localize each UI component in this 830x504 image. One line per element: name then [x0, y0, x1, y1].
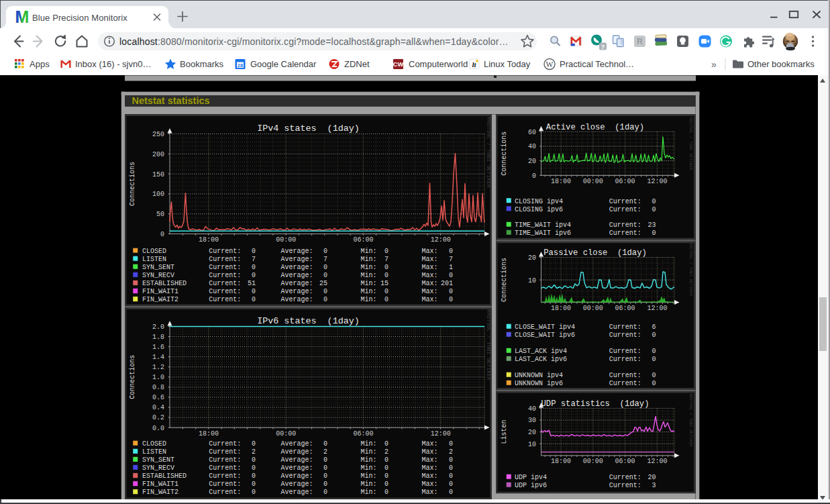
svg-text:Max:: Max: [422, 256, 438, 263]
svg-text:Current:: Current: [609, 380, 641, 387]
svg-text:12:00: 12:00 [647, 305, 667, 312]
svg-text:06:00: 06:00 [353, 236, 373, 244]
svg-text:Average:: Average: [280, 264, 313, 271]
svg-text:18:00: 18:00 [551, 178, 571, 185]
svg-text:00:00: 00:00 [583, 178, 603, 185]
svg-text:0: 0 [384, 464, 388, 472]
svg-text:Average:: Average: [280, 464, 313, 472]
svg-text:Min:: Min: [361, 440, 377, 448]
svg-text:SYN_SENT: SYN_SENT [142, 264, 174, 271]
svg-text:0: 0 [449, 440, 453, 448]
svg-text:LISTEN: LISTEN [142, 448, 166, 456]
svg-text:0: 0 [323, 472, 327, 480]
svg-text:?: ? [601, 44, 605, 50]
svg-text:20: 20 [528, 254, 536, 262]
svg-text:Connections: Connections [129, 162, 136, 206]
svg-text:Current:: Current: [209, 440, 241, 448]
svg-text:Min:: Min: [361, 448, 377, 456]
svg-text:0: 0 [384, 489, 388, 496]
svg-text:0: 0 [252, 456, 256, 464]
svg-text:0: 0 [449, 472, 453, 480]
svg-text:0: 0 [449, 481, 453, 488]
svg-text:28: 28 [238, 62, 243, 68]
svg-text:0: 0 [323, 464, 327, 472]
svg-text:0: 0 [652, 332, 656, 339]
svg-text:18:00: 18:00 [199, 236, 219, 244]
svg-text:00:00: 00:00 [583, 458, 603, 465]
svg-text:0: 0 [652, 348, 656, 355]
svg-text:0: 0 [384, 272, 388, 279]
svg-text:Current:: Current: [609, 230, 641, 237]
svg-text:06:00: 06:00 [615, 305, 635, 312]
svg-text:10: 10 [528, 277, 536, 285]
svg-text:Average:: Average: [280, 296, 313, 303]
svg-text:Current:: Current: [209, 280, 241, 287]
svg-text:Connections: Connections [129, 355, 136, 399]
svg-text:FIN_WAIT1: FIN_WAIT1 [142, 288, 178, 295]
svg-text:Min:: Min: [361, 280, 377, 287]
svg-text:0: 0 [652, 206, 656, 213]
svg-text:Current:: Current: [209, 448, 241, 456]
svg-text:CLOSE_WAIT ipv4: CLOSE_WAIT ipv4 [515, 323, 575, 331]
svg-text:06:00: 06:00 [615, 178, 635, 185]
svg-text:Current:: Current: [209, 256, 241, 263]
svg-text:7: 7 [323, 256, 327, 263]
svg-text:CLOSED: CLOSED [142, 248, 166, 255]
svg-text:0: 0 [384, 264, 388, 271]
svg-text:Current:: Current: [209, 272, 241, 279]
svg-text:Current:: Current: [209, 248, 241, 255]
svg-text:SYN_RECV: SYN_RECV [142, 464, 174, 472]
svg-text:Current:: Current: [609, 332, 641, 339]
svg-text:ESTABLISHED: ESTABLISHED [142, 280, 187, 287]
svg-text:Current:: Current: [209, 288, 241, 295]
svg-text:12:00: 12:00 [647, 458, 667, 465]
svg-text:20: 20 [647, 474, 656, 481]
svg-text:Min:: Min: [361, 288, 377, 295]
svg-text:0: 0 [323, 288, 327, 295]
svg-text:Current:: Current: [609, 356, 641, 363]
svg-text:0: 0 [252, 440, 256, 448]
svg-text:Max:: Max: [422, 280, 438, 287]
svg-text:ESTABLISHED: ESTABLISHED [142, 472, 187, 480]
svg-text:0: 0 [652, 198, 656, 205]
svg-text:Average:: Average: [280, 489, 313, 496]
svg-text:UNKNOWN ipv4: UNKNOWN ipv4 [515, 372, 563, 379]
svg-text:Current:: Current: [209, 481, 241, 488]
svg-text:CLOSING ipv4: CLOSING ipv4 [515, 198, 563, 205]
svg-text:Average:: Average: [280, 248, 313, 255]
svg-text:IPv4 states (1day): IPv4 states (1day) [257, 123, 360, 134]
svg-text:0: 0 [323, 264, 327, 271]
svg-text:Max:: Max: [422, 456, 438, 464]
svg-text:60: 60 [528, 129, 536, 136]
svg-text:15: 15 [380, 280, 388, 287]
svg-text:Max:: Max: [422, 448, 438, 456]
svg-text:LISTEN: LISTEN [142, 256, 166, 263]
svg-text:2: 2 [449, 448, 453, 456]
svg-text:Max:: Max: [422, 288, 438, 295]
svg-text:0: 0 [449, 288, 453, 295]
svg-text:2: 2 [323, 448, 327, 456]
svg-text:Passive close (1day): Passive close (1day) [543, 248, 647, 258]
svg-text:0: 0 [323, 489, 327, 496]
svg-text:Min:: Min: [361, 489, 377, 496]
svg-text:UDP statistics (1day): UDP statistics (1day) [541, 399, 650, 409]
svg-text:10: 10 [528, 441, 536, 448]
svg-text:Min:: Min: [361, 256, 377, 263]
svg-text:0: 0 [323, 272, 327, 279]
svg-text:RRDTOOL / TOBI OETIKER: RRDTOOL / TOBI OETIKER [688, 243, 693, 297]
svg-text:R: R [637, 37, 643, 46]
svg-text:Max:: Max: [422, 489, 438, 496]
svg-text:Average:: Average: [280, 288, 313, 295]
svg-text:0: 0 [323, 456, 327, 464]
svg-text:0: 0 [449, 296, 453, 303]
svg-text:Current:: Current: [609, 474, 641, 481]
svg-text:0: 0 [384, 440, 388, 448]
svg-text:12:00: 12:00 [647, 178, 667, 185]
svg-text:0: 0 [652, 230, 656, 237]
svg-text:RRDTOOL / TOBI OETIKER: RRDTOOL / TOBI OETIKER [688, 117, 693, 170]
svg-text:0: 0 [323, 248, 327, 255]
svg-text:FIN_WAIT2: FIN_WAIT2 [142, 296, 178, 303]
svg-text:Active close (1day): Active close (1day) [546, 123, 644, 132]
svg-text:CLOSED: CLOSED [142, 440, 166, 448]
svg-text:UDP ipv4: UDP ipv4 [515, 474, 547, 481]
